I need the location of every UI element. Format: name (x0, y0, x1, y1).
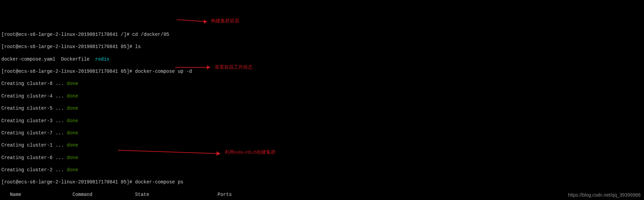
creating-text: Creating cluster-4 ... (1, 93, 67, 99)
terminal-line: docker-compose.yaml Dockerfile redis (1, 56, 644, 62)
terminal-line: Creating cluster-3 ... done (1, 118, 644, 124)
annotation-text: 构建集群容器 (211, 18, 239, 24)
done-status: done (67, 155, 78, 160)
arrow-icon (177, 18, 209, 24)
annotation-1: 构建集群容器 (177, 18, 239, 24)
svg-marker-3 (207, 65, 210, 69)
terminal-line: [root@ecs-s6-large-2-linux-2019081717084… (1, 179, 644, 185)
command: [root@ecs-s6-large-2-linux-2019081717084… (1, 69, 192, 74)
terminal-line: [root@ecs-s6-large-2-linux-2019081717084… (1, 31, 644, 38)
svg-marker-1 (204, 20, 207, 24)
terminal-output[interactable]: [root@ecs-s6-large-2-linux-2019081717084… (0, 25, 644, 200)
svg-line-0 (177, 20, 207, 22)
ls-output: docker-compose.yaml Dockerfile (1, 57, 95, 62)
done-status: done (67, 142, 78, 148)
arrow-icon (175, 65, 213, 70)
terminal-line: Creating cluster-6 ... done (1, 155, 644, 161)
creating-text: Creating cluster-2 ... (1, 167, 67, 173)
annotation-2: 查看容器工作状态 (175, 64, 253, 70)
creating-text: Creating cluster-5 ... (1, 106, 67, 111)
terminal-line: [root@ecs-s6-large-2-linux-2019081717084… (1, 68, 644, 74)
terminal-line: Creating cluster-4 ... done (1, 93, 644, 99)
terminal-line: [root@ecs-s6-large-2-linux-2019081717084… (1, 44, 644, 50)
creating-text: Creating cluster-6 ... (1, 155, 67, 160)
done-status: done (67, 81, 78, 86)
annotation-text: 查看容器工作状态 (215, 64, 253, 70)
svg-line-4 (118, 150, 220, 154)
svg-marker-5 (216, 151, 220, 156)
command: [root@ecs-s6-large-2-linux-2019081717084… (1, 32, 169, 37)
watermark: https://blog.csdn.net/qq_39399966 (568, 192, 641, 198)
done-status: done (67, 130, 78, 136)
arrow-icon (118, 149, 223, 156)
done-status: done (67, 93, 78, 99)
creating-text: Creating cluster-7 ... (1, 130, 67, 136)
terminal-line: Creating cluster-8 ... done (1, 81, 644, 87)
done-status: done (67, 118, 78, 124)
done-status: done (67, 106, 78, 111)
creating-text: Creating cluster-3 ... (1, 118, 67, 124)
command: [root@ecs-s6-large-2-linux-2019081717084… (1, 179, 184, 185)
directory-name: redis (95, 57, 109, 62)
command: [root@ecs-s6-large-2-linux-2019081717084… (1, 44, 141, 49)
annotation-3: 利用redis-trib.rb创建集群 (118, 149, 276, 156)
annotation-text: 利用redis-trib.rb创建集群 (225, 149, 276, 155)
terminal-line: Creating cluster-2 ... done (1, 167, 644, 173)
terminal-line: Creating cluster-5 ... done (1, 105, 644, 111)
ps-header: Name Command State Ports (1, 192, 644, 198)
done-status: done (67, 167, 78, 173)
creating-text: Creating cluster-1 ... (1, 142, 67, 148)
creating-text: Creating cluster-8 ... (1, 81, 67, 86)
terminal-line: Creating cluster-1 ... done (1, 142, 644, 148)
terminal-line: Creating cluster-7 ... done (1, 130, 644, 136)
